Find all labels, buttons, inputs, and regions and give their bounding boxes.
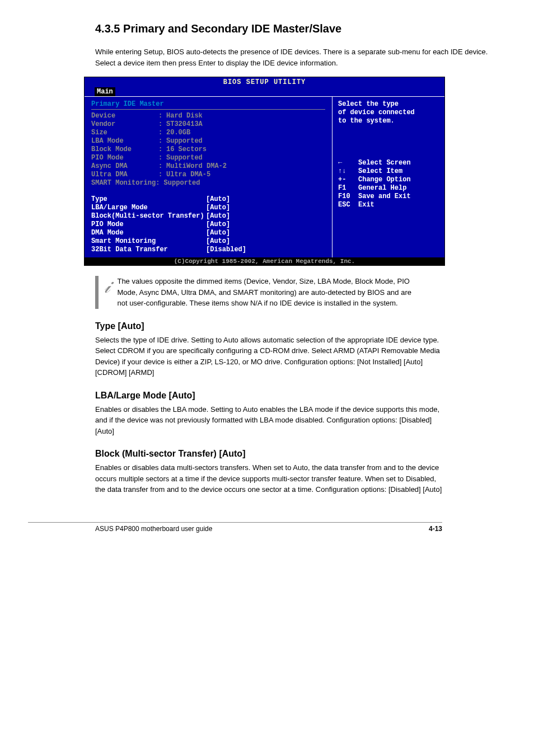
bios-left-panel: Primary IDE Master Device:Hard DiskVendo… [85, 97, 332, 257]
help-line: to the system. [338, 117, 439, 125]
note-block: 𝒾 The values opposite the dimmed items (… [95, 276, 442, 309]
bios-setting-row[interactable]: PIO Mode[Auto] [91, 220, 325, 229]
nav-hint-row: F10Save and Exit [338, 192, 439, 201]
bios-help-panel: Select the type of device connected to t… [332, 97, 444, 257]
description-section: Type [Auto]Selects the type of IDE drive… [28, 321, 442, 378]
nav-hint-row: ESCExit [338, 201, 439, 209]
footer-page-number: 4-13 [429, 525, 442, 533]
description-section: LBA/Large Mode [Auto]Enables or disables… [28, 391, 442, 437]
bios-info-row: LBA Mode:Supported [91, 137, 325, 145]
bios-setting-row[interactable]: 32Bit Data Transfer[Disabled] [91, 246, 325, 254]
bios-setting-row[interactable]: LBA/Large Mode[Auto] [91, 204, 325, 212]
nav-hint-row: ←Select Screen [338, 159, 439, 167]
help-line: Select the type [338, 100, 439, 109]
section-body: Selects the type of IDE drive. Setting t… [95, 335, 442, 378]
help-line: of device connected [338, 109, 439, 117]
bios-info-row: Size:20.0GB [91, 129, 325, 137]
nav-hint-row: ↑↓Select Item [338, 167, 439, 176]
bios-tab-main[interactable]: Main [95, 87, 115, 96]
bios-setting-row[interactable]: Smart Monitoring[Auto] [91, 237, 325, 246]
bios-setting-row[interactable]: Block(Multi-sector Transfer)[Auto] [91, 212, 325, 220]
bios-screenshot: BIOS SETUP UTILITY Main Primary IDE Mast… [84, 77, 445, 266]
note-text: The values opposite the dimmed items (De… [117, 276, 419, 309]
bios-setting-row[interactable]: Type[Auto] [91, 195, 325, 204]
bios-info-row: Device:Hard Disk [91, 112, 325, 120]
bios-title: BIOS SETUP UTILITY [85, 77, 444, 87]
footer-left: ASUS P4P800 motherboard user guide [95, 525, 212, 533]
bios-info-row: PIO Mode:Supported [91, 154, 325, 162]
description-section: Block (Multi-sector Transfer) [Auto]Enab… [28, 449, 442, 495]
bios-setting-row[interactable]: DMA Mode[Auto] [91, 229, 325, 237]
bios-copyright: (C)Copyright 1985-2002, American Megatre… [85, 257, 444, 265]
section-body: Enables or disables the LBA mode. Settin… [95, 404, 442, 437]
bios-info-row: Async DMA:MultiWord DMA-2 [91, 162, 325, 171]
note-icon: 𝒾 [104, 276, 109, 298]
section-body: Enables or disables data multi-sectors t… [95, 462, 442, 495]
section-heading: LBA/Large Mode [Auto] [95, 391, 442, 401]
section-heading: Block (Multi-sector Transfer) [Auto] [95, 449, 442, 459]
section-heading: Type [Auto] [95, 321, 442, 331]
page-footer: ASUS P4P800 motherboard user guide 4-13 [28, 522, 442, 533]
bios-info-row: Block Mode:16 Sectors [91, 145, 325, 154]
nav-hint-row: +-Change Option [338, 176, 439, 184]
bios-info-row: SMART Monitoring: Supported [91, 179, 325, 187]
bios-info-row: Ultra DMA:Ultra DMA-5 [91, 171, 325, 179]
page-title: 4.3.5 Primary and Secondary IDE Master/S… [28, 22, 506, 35]
nav-hint-row: F1General Help [338, 184, 439, 192]
page-intro: While entering Setup, BIOS auto-detects … [28, 46, 506, 68]
bios-section-title: Primary IDE Master [91, 100, 325, 108]
bios-info-row: Vendor:ST320413A [91, 120, 325, 129]
